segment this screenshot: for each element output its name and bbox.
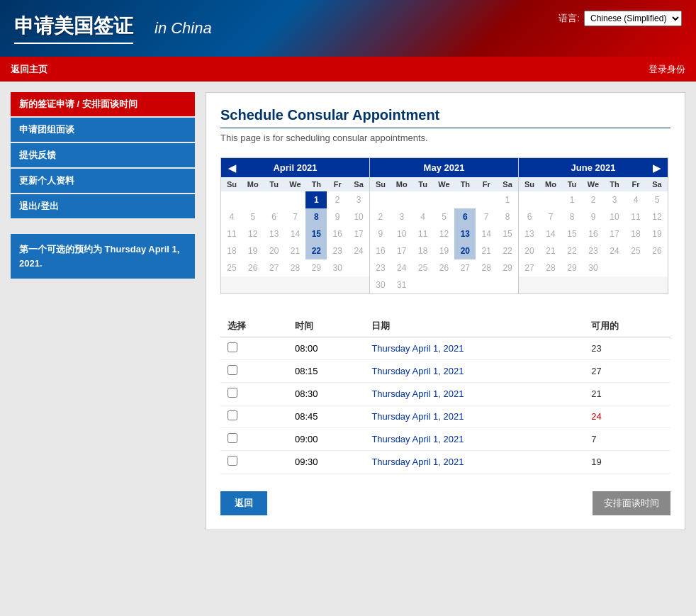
col-su: Su [519, 177, 540, 191]
apr-day-30: 30 [327, 259, 348, 276]
apr-day-25: 25 [221, 259, 242, 276]
may-day-30: 30 [370, 276, 391, 293]
checkbox-row-1[interactable] [228, 365, 237, 375]
col-mo: Mo [242, 177, 264, 191]
jun-day-10: 10 [604, 208, 625, 225]
col-time: 时间 [288, 315, 364, 337]
may-empty [454, 191, 476, 208]
checkbox-row-4[interactable] [228, 433, 237, 443]
col-su: Su [370, 177, 391, 191]
sidebar-item-feedback[interactable]: 提供反馈 [11, 143, 195, 167]
language-selector[interactable]: 语言: Chinese (Simplified) English [559, 11, 682, 26]
may-day-8: 8 [497, 208, 518, 225]
col-su: Su [221, 177, 242, 191]
col-date: 日期 [364, 315, 584, 337]
jun-day-6: 6 [519, 208, 540, 225]
col-mo: Mo [540, 177, 561, 191]
apr-day-22[interactable]: 22 [305, 242, 327, 259]
jun-day-7: 7 [540, 208, 561, 225]
row-time: 09:30 [288, 451, 364, 474]
sidebar-item-logout[interactable]: 退出/登出 [11, 194, 195, 218]
calendar-container: ◀ April 2021 Su Mo Tu We Th Fr Sa [220, 157, 668, 294]
may-day-6[interactable]: 6 [454, 208, 476, 225]
apr-day-13: 13 [264, 225, 285, 242]
may-day-17: 17 [391, 242, 412, 259]
may-day-5: 5 [434, 208, 455, 225]
back-button[interactable]: 返回 [220, 491, 267, 515]
schedule-button[interactable]: 安排面谈时间 [593, 491, 670, 515]
calendar-june: June 2021 ▶ Su Mo Tu We Th Fr Sa [519, 158, 668, 293]
calendar-april: ◀ April 2021 Su Mo Tu We Th Fr Sa [221, 158, 370, 293]
checkbox-row-0[interactable] [228, 342, 237, 352]
may-empty [476, 191, 497, 208]
checkbox-row-3[interactable] [228, 410, 237, 420]
col-sa: Sa [348, 177, 369, 191]
may-empty [391, 191, 412, 208]
col-tu: Tu [264, 177, 285, 191]
may-grid: Su Mo Tu We Th Fr Sa [370, 177, 518, 293]
row-date: Thursday April 1, 2021 [364, 383, 584, 405]
apr-empty [264, 191, 285, 208]
apr-day-21: 21 [285, 242, 306, 259]
apr-day-6: 6 [264, 208, 285, 225]
checkbox-row-5[interactable] [228, 456, 237, 466]
jun-empty [646, 259, 668, 276]
jun-day-5: 5 [646, 191, 668, 208]
row-time: 08:30 [288, 383, 364, 405]
row-checkbox-cell[interactable] [220, 451, 288, 474]
sidebar-item-new-application[interactable]: 新的签证申请 / 安排面谈时间 [11, 92, 195, 116]
jun-day-12: 12 [646, 208, 668, 225]
col-available: 可用的 [584, 315, 670, 337]
june-header: June 2021 ▶ [519, 158, 668, 177]
may-day-25: 25 [412, 259, 434, 276]
home-link[interactable]: 返回主页 [11, 64, 47, 74]
jun-day-9: 9 [583, 208, 604, 225]
may-day-31: 31 [391, 276, 412, 293]
row-date: Thursday April 1, 2021 [364, 405, 584, 428]
nav-home[interactable]: 返回主页 [11, 63, 47, 76]
jun-day-20: 20 [519, 242, 540, 259]
apr-day-8[interactable]: 8 [305, 208, 327, 225]
apr-day-15[interactable]: 15 [305, 225, 327, 242]
jun-day-2: 2 [583, 191, 604, 208]
checkbox-row-2[interactable] [228, 388, 237, 398]
nav-login: 登录身份 [649, 63, 685, 76]
jun-day-16: 16 [583, 225, 604, 242]
apr-day-5: 5 [242, 208, 264, 225]
col-fr: Fr [625, 177, 646, 191]
apr-day-20: 20 [264, 242, 285, 259]
apr-day-7: 7 [285, 208, 306, 225]
row-count: 7 [584, 428, 670, 451]
may-day-20[interactable]: 20 [454, 242, 476, 259]
sidebar-item-profile[interactable]: 更新个人资料 [11, 169, 195, 193]
row-checkbox-cell[interactable] [220, 383, 288, 405]
next-month-btn[interactable]: ▶ [649, 162, 665, 174]
jun-day-25: 25 [625, 242, 646, 259]
row-checkbox-cell[interactable] [220, 360, 288, 383]
april-grid: Su Mo Tu We Th Fr Sa [221, 177, 369, 276]
col-tu: Tu [412, 177, 434, 191]
jun-day-19: 19 [646, 225, 668, 242]
table-row: 09:30Thursday April 1, 202119 [220, 451, 670, 474]
row-checkbox-cell[interactable] [220, 428, 288, 451]
apr-day-11: 11 [221, 225, 242, 242]
may-day-29: 29 [497, 259, 518, 276]
jun-day-15: 15 [561, 225, 583, 242]
row-date: Thursday April 1, 2021 [364, 337, 584, 360]
may-day-13[interactable]: 13 [454, 225, 476, 242]
may-day-10: 10 [391, 225, 412, 242]
lang-dropdown[interactable]: Chinese (Simplified) English [584, 11, 682, 26]
apr-day-1[interactable]: 1 [305, 191, 327, 208]
site-title: 申请美国签证 [14, 13, 133, 44]
lang-label: 语言: [559, 12, 580, 25]
jun-day-8: 8 [561, 208, 583, 225]
may-empty [412, 276, 434, 293]
jun-day-27: 27 [519, 259, 540, 276]
jun-day-11: 11 [625, 208, 646, 225]
prev-month-btn[interactable]: ◀ [224, 162, 240, 174]
sidebar-item-group[interactable]: 申请团组面谈 [11, 118, 195, 142]
row-date: Thursday April 1, 2021 [364, 428, 584, 451]
row-checkbox-cell[interactable] [220, 405, 288, 428]
sidebar: 新的签证申请 / 安排面谈时间 申请团组面谈 提供反馈 更新个人资料 退出/登出… [11, 92, 195, 530]
row-checkbox-cell[interactable] [220, 337, 288, 360]
